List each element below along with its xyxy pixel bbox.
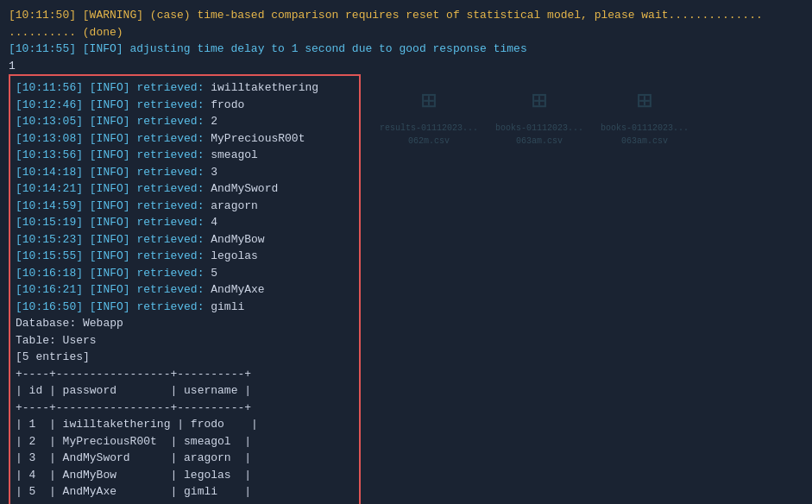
table-row-1: | 1 | iwilltakethering | frodo | <box>16 416 354 433</box>
watermark-icon-2: ⊞ books-01112023... 063am.csv <box>495 83 583 148</box>
watermark-section: ⊞ results-01112023... 062m.csv ⊞ books-0… <box>380 74 689 148</box>
line-retrieved-1: [10:11:56] [INFO] retrieved: iwilltaketh… <box>16 79 354 97</box>
line-retrieved-9: [10:15:19] [INFO] retrieved: 4 <box>16 214 354 231</box>
table-row-4: | 4 | AndMyBow | legolas | <box>16 467 354 484</box>
table-header: | id | password | username | <box>16 382 354 400</box>
line-retrieved-8: [10:14:59] [INFO] retrieved: aragorn <box>16 198 354 215</box>
table-row-2: | 2 | MyPreciousR00t | smeagol | <box>16 433 354 450</box>
line-plain-1: 1 <box>9 58 803 75</box>
line-warning-1: [10:11:50] [WARNING] (case) time-based c… <box>9 7 803 41</box>
line-retrieved-2: [10:12:46] [INFO] retrieved: frodo <box>16 97 354 114</box>
line-retrieved-6: [10:14:18] [INFO] retrieved: 3 <box>16 164 354 181</box>
watermark-icon-3: ⊞ books-01112023... 063am.csv <box>601 83 689 148</box>
line-retrieved-5: [10:13:56] [INFO] retrieved: smeagol <box>16 147 354 164</box>
table-top-border: +----+-----------------+----------+ <box>16 366 354 383</box>
terminal-output: [10:11:50] [WARNING] (case) time-based c… <box>9 7 803 504</box>
watermark-icon-1: ⊞ results-01112023... 062m.csv <box>380 83 478 148</box>
table-header-border: +----+-----------------+----------+ <box>16 400 354 417</box>
line-retrieved-11: [10:15:55] [INFO] retrieved: legolas <box>16 248 354 265</box>
terminal-window: [10:11:50] [WARNING] (case) time-based c… <box>9 7 803 504</box>
line-retrieved-14: [10:16:50] [INFO] retrieved: gimli <box>16 299 354 316</box>
line-info-1: [10:11:55] [INFO] adjusting time delay t… <box>9 41 803 58</box>
table-row-5: | 5 | AndMyAxe | gimli | <box>16 483 354 501</box>
red-bordered-section: [10:11:56] [INFO] retrieved: iwilltaketh… <box>9 74 361 504</box>
line-retrieved-13: [10:16:21] [INFO] retrieved: AndMyAxe <box>16 281 354 299</box>
line-entries: [5 entries] <box>16 349 354 366</box>
line-retrieved-12: [10:16:18] [INFO] retrieved: 5 <box>16 265 354 282</box>
line-retrieved-3: [10:13:05] [INFO] retrieved: 2 <box>16 113 354 130</box>
table-row-3: | 3 | AndMySword | aragorn | <box>16 450 354 467</box>
line-retrieved-4: [10:13:08] [INFO] retrieved: MyPreciousR… <box>16 130 354 148</box>
table-bottom-border: +----+-----------------+----------+ <box>16 501 354 505</box>
line-retrieved-7: [10:14:21] [INFO] retrieved: AndMySword <box>16 180 354 198</box>
line-table: Table: Users <box>16 332 354 350</box>
line-db: Database: Webapp <box>16 315 354 332</box>
line-retrieved-10: [10:15:23] [INFO] retrieved: AndMyBow <box>16 231 354 249</box>
